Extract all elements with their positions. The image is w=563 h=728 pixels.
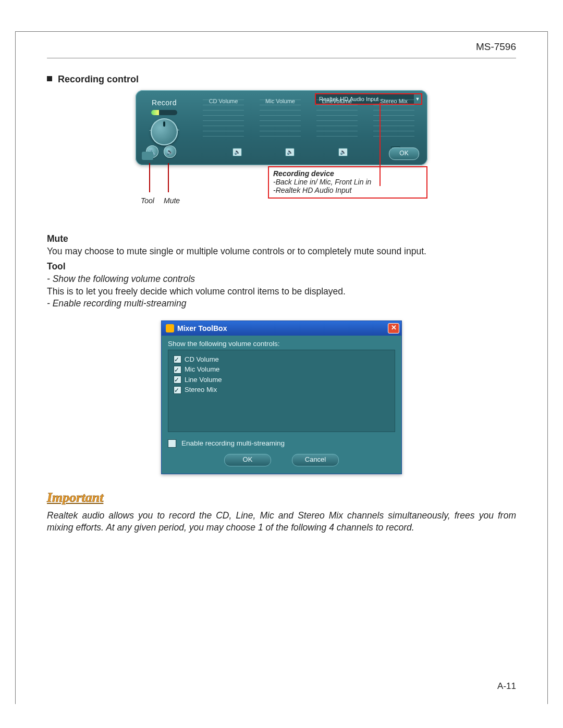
mixer-cancel-button[interactable]: Cancel xyxy=(292,454,339,466)
volume-controls-list: CD Volume Mic Volume Line Volume Stereo … xyxy=(168,350,395,432)
enable-multistream-row: Enable recording multi-streaming xyxy=(168,439,395,448)
mixer-subtitle: Show the following volume controls: xyxy=(168,340,395,348)
mixer-title-text: Mixer ToolBox xyxy=(177,324,227,332)
tool-item-1: - Show the following volume controls xyxy=(47,273,516,286)
list-item: Stereo Mix xyxy=(174,385,389,395)
volume-knob[interactable] xyxy=(151,118,178,145)
device-callout-line2: -Realtek HD Audio Input xyxy=(273,186,422,194)
important-text: Realtek audio allows you to record the C… xyxy=(47,510,516,534)
settings-icon[interactable] xyxy=(142,152,153,160)
recording-panel: Realtek HD Audio Input ▼ Record CD Volum… xyxy=(136,90,427,165)
tool-heading: Tool xyxy=(47,261,516,273)
list-item: Line Volume xyxy=(174,375,389,385)
record-label: Record xyxy=(141,95,188,107)
mixer-toolbox-window: Mixer ToolBox ✕ Show the following volum… xyxy=(161,320,402,474)
callout-lines xyxy=(149,163,180,194)
list-item: CD Volume xyxy=(174,354,389,365)
mute-callout-label: Mute xyxy=(164,196,180,205)
tool-callout-label: Tool xyxy=(141,196,154,205)
checkbox-mic[interactable] xyxy=(174,366,181,374)
figure-callouts: Tool Mute Recording device -Back Line in… xyxy=(136,176,427,212)
chk-label: Mic Volume xyxy=(185,364,219,375)
tool-item-1-desc: This is to let you freely decide which v… xyxy=(47,286,516,298)
document-page: MS-7596 Recording control Realtek HD Aud… xyxy=(15,31,548,704)
recording-panel-figure: Realtek HD Audio Input ▼ Record CD Volum… xyxy=(136,90,427,165)
tool-item-2: - Enable recording multi-streaming xyxy=(47,298,516,310)
checkbox-stereo[interactable] xyxy=(174,386,181,394)
mute-button[interactable]: 🔈 xyxy=(164,145,176,158)
bullet-icon xyxy=(47,76,52,81)
mute-line[interactable]: 🔈 xyxy=(338,148,348,156)
chk-label: Line Volume xyxy=(185,375,222,385)
header-rule xyxy=(47,58,516,58)
device-callout-head: Recording device xyxy=(273,169,422,178)
mixer-ok-button[interactable]: OK xyxy=(224,454,271,466)
important-label: Important xyxy=(47,490,516,505)
list-item: Mic Volume xyxy=(174,364,389,375)
checkbox-enable-multistream[interactable] xyxy=(168,439,176,448)
mixer-body: Show the following volume controls: CD V… xyxy=(162,336,401,474)
section-title: Recording control xyxy=(47,74,516,85)
chk-label: Stereo Mix xyxy=(185,385,217,395)
model-number: MS-7596 xyxy=(476,41,516,52)
close-button[interactable]: ✕ xyxy=(388,323,399,334)
mute-paragraph: You may choose to mute single or multipl… xyxy=(47,245,516,258)
mixer-app-icon xyxy=(166,324,174,332)
ok-button[interactable]: OK xyxy=(389,147,419,160)
checkbox-line[interactable] xyxy=(174,376,181,384)
page-header: MS-7596 xyxy=(47,32,516,56)
recording-device-callout: Recording device -Back Line in/ Mic, Fro… xyxy=(268,166,427,199)
checkbox-cd[interactable] xyxy=(174,355,181,363)
mute-mic[interactable]: 🔈 xyxy=(285,148,295,156)
chk-label: CD Volume xyxy=(185,354,219,365)
mixer-buttons: OK Cancel xyxy=(168,454,395,466)
level-meter xyxy=(151,110,177,115)
mute-heading: Mute xyxy=(47,233,516,245)
section-title-text: Recording control xyxy=(58,74,139,84)
mixer-titlebar: Mixer ToolBox ✕ xyxy=(162,321,401,336)
mute-cd[interactable]: 🔈 xyxy=(232,148,242,156)
enable-label: Enable recording multi-streaming xyxy=(181,439,285,447)
body-content: Mute You may choose to mute single or mu… xyxy=(47,233,516,310)
page-number: A-11 xyxy=(497,681,516,692)
device-callout-line1: -Back Line in/ Mic, Front Lin in xyxy=(273,178,422,186)
